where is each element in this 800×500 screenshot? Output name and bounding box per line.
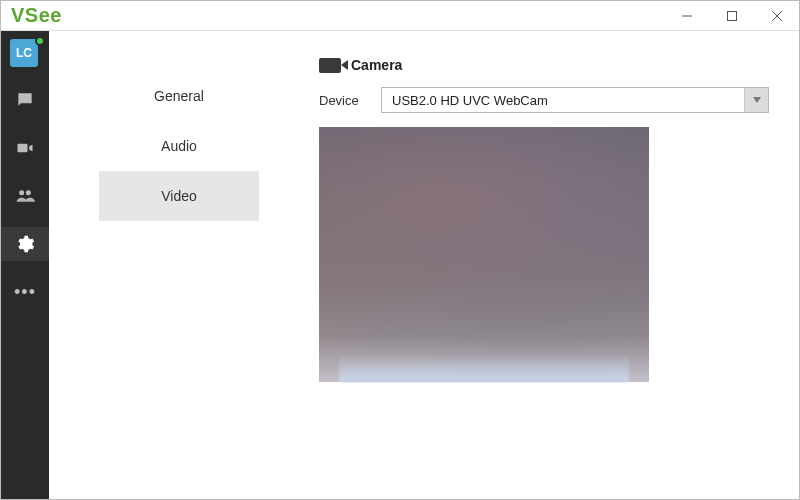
svg-rect-1 (727, 11, 736, 20)
device-row: Device USB2.0 HD UVC WebCam (319, 87, 769, 113)
more-icon: ••• (14, 287, 36, 297)
svg-point-5 (19, 190, 24, 195)
tab-video[interactable]: Video (99, 171, 259, 221)
title-bar: VSee (1, 1, 799, 31)
logo-see: See (25, 4, 62, 26)
window-controls (664, 1, 799, 30)
app-title: VSee (11, 4, 62, 27)
app-window: VSee LC (0, 0, 800, 500)
close-button[interactable] (754, 1, 799, 30)
sidebar-item-chat[interactable] (1, 83, 49, 117)
logo-v: V (11, 4, 25, 26)
tab-label: Video (161, 188, 197, 204)
maximize-button[interactable] (709, 1, 754, 30)
chat-icon (15, 90, 35, 110)
left-sidebar: LC ••• (1, 31, 49, 499)
svg-point-6 (26, 190, 31, 195)
tab-label: Audio (161, 138, 197, 154)
gear-icon (15, 234, 35, 254)
chevron-down-icon (744, 88, 768, 112)
svg-rect-4 (18, 144, 28, 152)
sidebar-item-settings[interactable] (1, 227, 49, 261)
section-title: Camera (351, 57, 402, 73)
tab-general[interactable]: General (99, 71, 259, 121)
camera-icon (319, 58, 341, 73)
close-icon (772, 11, 782, 21)
video-icon (15, 138, 35, 158)
sidebar-item-contacts[interactable] (1, 179, 49, 213)
camera-preview (319, 127, 649, 382)
sidebar-item-video[interactable] (1, 131, 49, 165)
presence-indicator-icon (35, 36, 45, 46)
minimize-icon (682, 11, 692, 21)
app-body: LC ••• General Audio (1, 31, 799, 499)
contacts-icon (14, 186, 36, 206)
settings-tabs: General Audio Video (49, 31, 309, 499)
device-label: Device (319, 93, 369, 108)
device-selected-value: USB2.0 HD UVC WebCam (382, 93, 558, 108)
avatar-initials: LC (10, 39, 38, 67)
settings-content: Camera Device USB2.0 HD UVC WebCam (309, 31, 799, 499)
minimize-button[interactable] (664, 1, 709, 30)
tab-label: General (154, 88, 204, 104)
sidebar-item-more[interactable]: ••• (1, 275, 49, 309)
device-dropdown[interactable]: USB2.0 HD UVC WebCam (381, 87, 769, 113)
maximize-icon (727, 11, 737, 21)
avatar[interactable]: LC (10, 39, 40, 69)
section-header: Camera (319, 57, 769, 73)
tab-audio[interactable]: Audio (99, 121, 259, 171)
